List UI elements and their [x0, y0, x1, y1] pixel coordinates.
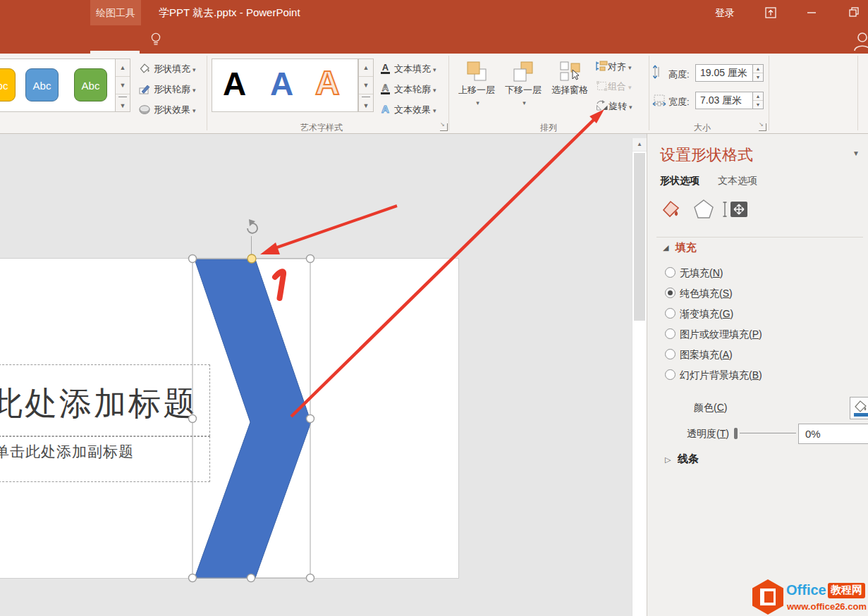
svg-text:A: A — [382, 62, 389, 73]
dropdown-arrow-icon: ▾ — [192, 107, 196, 114]
wordart-dialog-launcher[interactable] — [440, 123, 448, 131]
slide-canvas: 此处添加标题 单击此处添加副标题 ▲ — [0, 134, 647, 616]
spin-down-icon: ▼ — [753, 73, 763, 82]
office-logo-icon — [752, 579, 783, 615]
shape-layer — [0, 134, 647, 616]
text-outline-icon: A — [379, 82, 391, 95]
pane-collapse-icon[interactable]: ▼ — [852, 149, 860, 157]
selection-pane-button[interactable]: 选择窗格 — [547, 59, 592, 128]
transparency-input[interactable]: 0% — [798, 424, 868, 444]
gallery-up-icon: ▲ — [359, 59, 373, 77]
width-spinner[interactable]: ▲▼ — [753, 92, 764, 109]
adjustment-handle[interactable] — [247, 254, 256, 263]
radio-icon — [665, 328, 676, 339]
chevron-shape[interactable] — [195, 259, 311, 578]
gallery-down-icon: ▼ — [359, 77, 373, 94]
tab-shape-options[interactable]: 形状选项 — [660, 175, 699, 187]
pencil-icon — [138, 82, 151, 95]
line-section-collapse-icon[interactable]: ▷ — [665, 455, 671, 464]
gallery-more-icon: ▼ — [118, 97, 127, 109]
radio-pattern-fill[interactable]: 图案填充(A) — [680, 347, 733, 362]
group-button: 组合▾ — [596, 78, 632, 96]
pane-title: 设置形状格式 — [660, 144, 753, 166]
dropdown-arrow-icon: ▾ — [628, 64, 632, 71]
color-label: 颜色(C) — [694, 402, 727, 414]
shape-effects-button[interactable]: 形状效果▾ — [138, 101, 196, 118]
shape-style-green[interactable]: Abc — [74, 68, 107, 101]
radio-no-fill[interactable]: 无填充(N) — [680, 265, 723, 281]
dropdown-arrow-icon: ▾ — [456, 99, 499, 106]
fill-section-collapse-icon[interactable]: ◢ — [663, 243, 668, 252]
shape-styles-gallery-scroll[interactable]: ▲▼▼ — [115, 58, 130, 112]
dropdown-arrow-icon: ▾ — [433, 66, 436, 73]
minimize-button[interactable] — [801, 0, 822, 25]
spin-up-icon: ▲ — [753, 92, 763, 101]
shape-style-yellow[interactable]: Abc — [0, 68, 16, 101]
dropdown-arrow-icon: ▾ — [628, 84, 632, 91]
radio-background-fill[interactable]: 幻灯片背景填充(B) — [680, 367, 762, 383]
ribbon-tab-row: 视图 情节提要 格式 告诉我你想要做什么 — [0, 25, 868, 54]
shape-fill-button[interactable]: 形状填充▾ — [138, 61, 196, 78]
align-button[interactable]: 对齐▾ — [596, 58, 632, 76]
text-outline-button[interactable]: A文本轮廓▾ — [379, 81, 436, 98]
radio-icon-selected — [665, 288, 676, 298]
sign-in-button[interactable]: 登录 — [711, 0, 739, 25]
height-input[interactable]: 19.05 厘米 — [695, 64, 753, 82]
restore-button[interactable] — [843, 0, 864, 25]
share-person-icon[interactable] — [850, 28, 868, 54]
contextual-tab-header[interactable]: 绘图工具 — [90, 0, 141, 25]
text-fill-button[interactable]: A文本填充▾ — [379, 61, 436, 78]
radio-icon — [665, 349, 676, 359]
radio-solid-fill[interactable]: 纯色填充(S) — [680, 285, 733, 301]
bring-forward-button[interactable]: 上移一层 ▾ — [454, 59, 499, 128]
shape-style-blue[interactable]: Abc — [25, 68, 59, 101]
transparency-slider-track[interactable] — [740, 433, 796, 433]
send-backward-icon — [513, 61, 534, 82]
fill-section-header[interactable]: 填充 — [676, 241, 697, 254]
radio-icon — [665, 267, 676, 278]
radio-gradient-fill[interactable]: 渐变填充(G) — [680, 306, 733, 321]
shape-outline-button[interactable]: 形状轮廓▾ — [138, 81, 196, 98]
ribbon-display-options-icon[interactable] — [760, 0, 781, 25]
send-backward-button[interactable]: 下移一层 ▾ — [501, 59, 546, 128]
dropdown-arrow-icon: ▾ — [192, 87, 196, 94]
text-effects-icon: A — [379, 103, 391, 116]
titlebar: 绘图工具 学PPT 就去.pptx - PowerPoint 登录 — [0, 0, 868, 25]
gallery-more-icon: ▼ — [362, 97, 370, 109]
dropdown-arrow-icon: ▾ — [629, 104, 632, 111]
height-icon — [652, 65, 665, 79]
rotation-handle[interactable] — [247, 219, 257, 233]
size-dialog-launcher[interactable] — [759, 123, 766, 131]
text-effects-button[interactable]: A文本效果▾ — [379, 101, 436, 118]
transparency-slider-handle[interactable] — [734, 428, 738, 439]
dropdown-arrow-icon: ▾ — [503, 99, 546, 106]
wordart-gallery-scroll[interactable]: ▲▼▼ — [358, 58, 374, 112]
line-section-header[interactable]: 线条 — [678, 452, 699, 466]
scrollbar-thumb[interactable] — [634, 153, 645, 321]
wordart-style-blue[interactable]: A — [270, 65, 293, 103]
document-title: 学PPT 就去.pptx - PowerPoint — [159, 0, 300, 25]
ribbon: Abc Abc Abc ▲▼▼ 形状填充▾ 形状轮廓▾ 形状效果▾ A A A … — [0, 54, 868, 134]
wordart-style-orange[interactable]: A — [315, 63, 340, 102]
size-properties-icon[interactable] — [722, 199, 750, 220]
svg-text:A: A — [381, 103, 389, 115]
effects-icon[interactable] — [692, 199, 715, 220]
shape-styles-gallery: Abc Abc Abc — [0, 58, 116, 112]
width-input[interactable]: 7.03 厘米 — [695, 92, 753, 109]
rotate-button[interactable]: 旋转▾ — [596, 97, 632, 116]
gallery-down-icon: ▼ — [116, 77, 130, 94]
wordart-style-black[interactable]: A — [223, 65, 246, 103]
logo-url: www.office26.com — [787, 601, 867, 612]
lightbulb-icon — [150, 32, 161, 47]
canvas-scrollbar[interactable]: ▲ — [632, 138, 647, 616]
radio-picture-fill[interactable]: 图片或纹理填充(P) — [680, 326, 762, 342]
text-fill-icon: A — [379, 62, 391, 75]
fill-line-icon[interactable] — [659, 199, 682, 220]
fill-color-button[interactable] — [850, 397, 868, 419]
dropdown-arrow-icon: ▾ — [433, 87, 436, 94]
office-tutorial-logo: Office 教程网 www.office26.com — [748, 579, 868, 616]
height-spinner[interactable]: ▲▼ — [753, 64, 764, 82]
color-bucket-icon — [850, 398, 868, 419]
tab-text-options[interactable]: 文本选项 — [718, 175, 757, 187]
spin-up-icon: ▲ — [753, 65, 763, 73]
